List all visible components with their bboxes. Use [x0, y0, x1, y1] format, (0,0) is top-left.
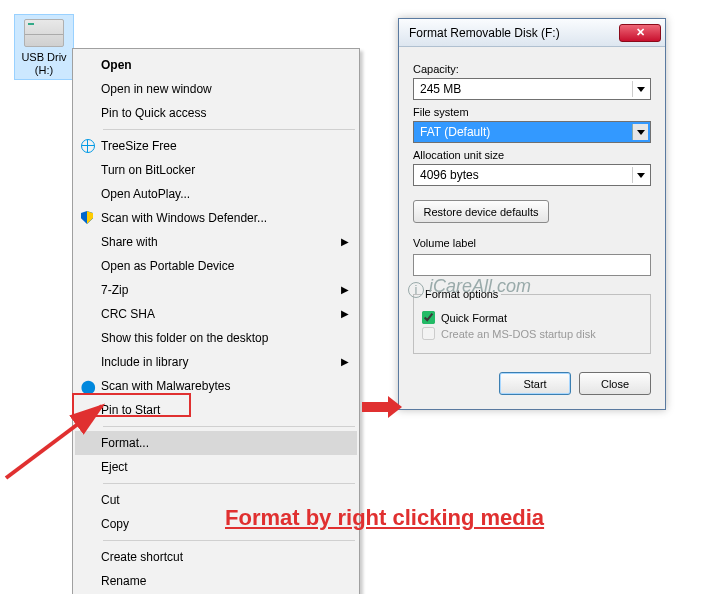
menu-item-create-shortcut[interactable]: Create shortcut — [75, 545, 357, 569]
chevron-right-icon: ▶ — [341, 356, 349, 367]
menu-item-share-with[interactable]: Share with▶ — [75, 230, 357, 254]
menu-item-label: Show this folder on the desktop — [101, 331, 268, 345]
menu-item-label: Share with — [101, 235, 158, 249]
filesystem-label: File system — [413, 106, 651, 118]
watermark-icon: i — [408, 282, 424, 298]
menu-item-label: Format... — [101, 436, 149, 450]
menu-item-scan-with-malwarebytes[interactable]: ⬤Scan with Malwarebytes — [75, 374, 357, 398]
quick-format-input[interactable] — [422, 311, 435, 324]
menu-separator — [103, 540, 355, 541]
menu-item-label: Copy — [101, 517, 129, 531]
watermark-text: iCareAll.com — [429, 276, 531, 296]
menu-item-treesize-free[interactable]: TreeSize Free — [75, 134, 357, 158]
menu-item-eject[interactable]: Eject — [75, 455, 357, 479]
chevron-right-icon: ▶ — [341, 308, 349, 319]
menu-item-label: Scan with Malwarebytes — [101, 379, 230, 393]
format-dialog: Format Removable Disk (F:) Capacity: 245… — [398, 18, 666, 410]
menu-item-label: Include in library — [101, 355, 188, 369]
menu-separator — [103, 426, 355, 427]
chevron-down-icon — [632, 167, 648, 183]
menu-separator — [103, 483, 355, 484]
shield-icon — [81, 211, 93, 224]
menu-item-label: CRC SHA — [101, 307, 155, 321]
menu-item-crc-sha[interactable]: CRC SHA▶ — [75, 302, 357, 326]
menu-item-label: Open in new window — [101, 82, 212, 96]
menu-item-pin-to-quick-access[interactable]: Pin to Quick access — [75, 101, 357, 125]
close-dialog-button[interactable]: Close — [579, 372, 651, 395]
drive-icon — [24, 19, 64, 47]
menu-item-label: Scan with Windows Defender... — [101, 211, 267, 225]
chevron-down-icon — [632, 124, 648, 140]
menu-item-open-autoplay[interactable]: Open AutoPlay... — [75, 182, 357, 206]
msdos-input — [422, 327, 435, 340]
menu-item-rename[interactable]: Rename — [75, 569, 357, 593]
menu-item-label: Pin to Start — [101, 403, 160, 417]
allocation-dropdown[interactable]: 4096 bytes — [413, 164, 651, 186]
menu-item-open[interactable]: Open — [75, 53, 357, 77]
menu-item-scan-with-windows-defender[interactable]: Scan with Windows Defender... — [75, 206, 357, 230]
chevron-right-icon: ▶ — [341, 236, 349, 247]
usb-drive-desktop-icon[interactable]: USB Driv (H:) — [14, 14, 74, 80]
volume-label-label: Volume label — [413, 237, 651, 249]
menu-item-pin-to-start[interactable]: Pin to Start — [75, 398, 357, 422]
menu-item-include-in-library[interactable]: Include in library▶ — [75, 350, 357, 374]
menu-item-label: Turn on BitLocker — [101, 163, 195, 177]
menu-item-open-as-portable-device[interactable]: Open as Portable Device — [75, 254, 357, 278]
capacity-value: 245 MB — [420, 82, 461, 96]
menu-item-format[interactable]: Format... — [75, 431, 357, 455]
start-button[interactable]: Start — [499, 372, 571, 395]
menu-item-label: Cut — [101, 493, 120, 507]
allocation-label: Allocation unit size — [413, 149, 651, 161]
menu-item-label: Rename — [101, 574, 146, 588]
menu-item-turn-on-bitlocker[interactable]: Turn on BitLocker — [75, 158, 357, 182]
chevron-right-icon: ▶ — [341, 284, 349, 295]
capacity-label: Capacity: — [413, 63, 651, 75]
filesystem-dropdown[interactable]: FAT (Default) — [413, 121, 651, 143]
menu-item-label: Eject — [101, 460, 128, 474]
msdos-checkbox: Create an MS-DOS startup disk — [422, 327, 642, 340]
menu-item-label: Pin to Quick access — [101, 106, 206, 120]
close-button[interactable] — [619, 24, 661, 42]
menu-item-label: Open — [101, 58, 132, 72]
quick-format-checkbox[interactable]: Quick Format — [422, 311, 642, 324]
restore-defaults-button[interactable]: Restore device defaults — [413, 200, 549, 223]
menu-separator — [103, 129, 355, 130]
volume-label-input[interactable] — [413, 254, 651, 276]
caption-text: Format by right clicking media — [225, 505, 544, 531]
msdos-label: Create an MS-DOS startup disk — [441, 328, 596, 340]
allocation-value: 4096 bytes — [420, 168, 479, 182]
icon-label-line1: USB Driv — [17, 51, 71, 64]
capacity-dropdown[interactable]: 245 MB — [413, 78, 651, 100]
menu-item-label: Open as Portable Device — [101, 259, 234, 273]
menu-item-7-zip[interactable]: 7-Zip▶ — [75, 278, 357, 302]
menu-item-label: TreeSize Free — [101, 139, 177, 153]
watermark: i iCareAll.com — [408, 276, 531, 298]
chevron-down-icon — [632, 81, 648, 97]
menu-item-open-in-new-window[interactable]: Open in new window — [75, 77, 357, 101]
filesystem-value: FAT (Default) — [420, 125, 490, 139]
icon-label-line2: (H:) — [17, 64, 71, 77]
menu-item-label: Create shortcut — [101, 550, 183, 564]
mb-icon: ⬤ — [81, 379, 95, 393]
quick-format-label: Quick Format — [441, 312, 507, 324]
globe-icon — [81, 139, 95, 153]
dialog-title: Format Removable Disk (F:) — [409, 26, 619, 40]
arrow-annotation — [362, 396, 402, 418]
dialog-titlebar[interactable]: Format Removable Disk (F:) — [399, 19, 665, 47]
menu-item-label: Open AutoPlay... — [101, 187, 190, 201]
menu-item-show-this-folder-on-the-desktop[interactable]: Show this folder on the desktop — [75, 326, 357, 350]
menu-item-label: 7-Zip — [101, 283, 128, 297]
